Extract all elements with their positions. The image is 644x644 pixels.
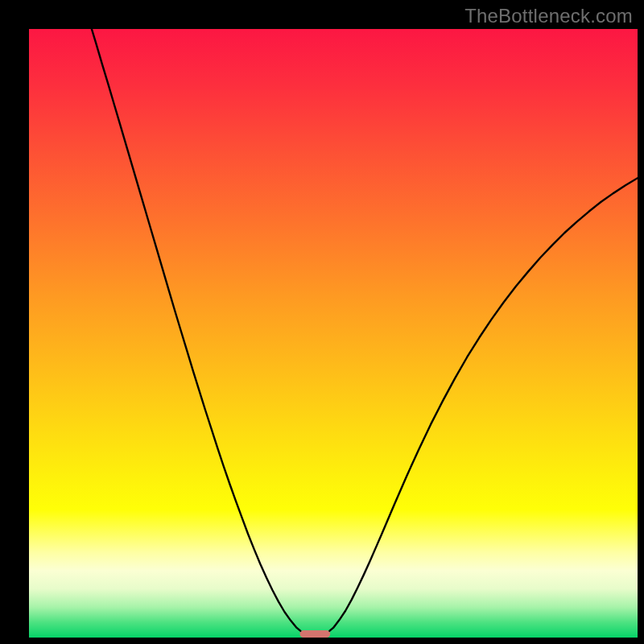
chart-background <box>29 29 638 638</box>
chart-frame: TheBottleneck.com <box>0 0 644 644</box>
watermark-text: TheBottleneck.com <box>464 5 633 27</box>
valley-marker <box>299 630 330 638</box>
plot-area <box>29 29 638 638</box>
chart-svg <box>29 29 638 638</box>
